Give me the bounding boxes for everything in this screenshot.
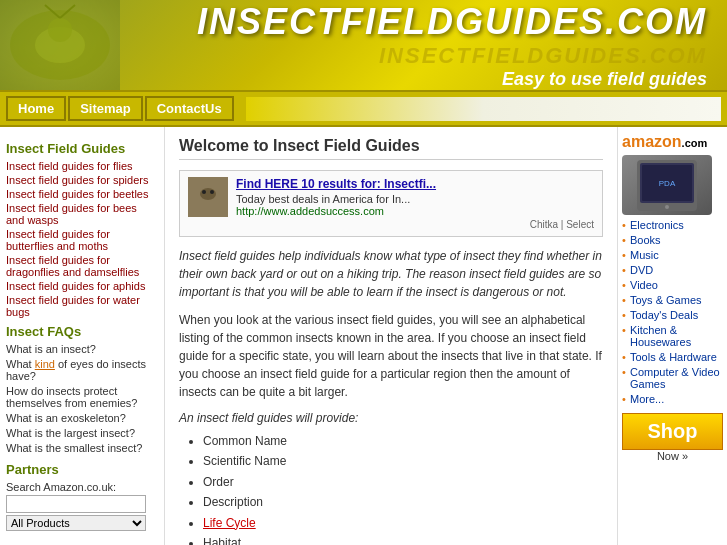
ad-text: Find HERE 10 results for: Insectfi... To… <box>236 177 594 230</box>
sidebar-section-faqs: Insect FAQs <box>6 324 158 339</box>
nav-sitemap[interactable]: Sitemap <box>68 96 143 121</box>
amazon-link-dvd[interactable]: DVD <box>622 264 723 276</box>
amazon-link-kitchen[interactable]: Kitchen & Housewares <box>622 324 723 348</box>
main-content: Welcome to Insect Field Guides Find HERE… <box>165 127 617 545</box>
sidebar-faq-protect[interactable]: How do insects protect themselves from e… <box>6 385 158 409</box>
amazon-category-select[interactable]: All Products <box>6 515 146 531</box>
amazon-link-video[interactable]: Video <box>622 279 723 291</box>
ad-desc: Today best deals in America for In... <box>236 193 594 205</box>
sidebar-faq-eyes[interactable]: What kind of eyes do insects have? <box>6 358 158 382</box>
site-tagline: Easy to use field guides <box>502 69 707 90</box>
sidebar-link-waterbugs[interactable]: Insect field guides for water bugs <box>6 294 158 318</box>
nav-contact[interactable]: ContactUs <box>145 96 234 121</box>
sidebar-faq-what-is[interactable]: What is an insect? <box>6 343 158 355</box>
shop-now-label: Now » <box>622 450 723 462</box>
amazon-link-toys[interactable]: Toys & Games <box>622 294 723 306</box>
svg-text:PDA: PDA <box>659 179 676 188</box>
nav-home[interactable]: Home <box>6 96 66 121</box>
sidebar-partners-title: Partners <box>6 462 158 477</box>
svg-point-12 <box>665 205 669 209</box>
sidebar-faq-exoskeleton[interactable]: What is an exoskeleton? <box>6 412 158 424</box>
field-guide-list: Common Name Scientific Name Order Descri… <box>203 431 603 545</box>
content-para1: Insect field guides help individuals kno… <box>179 247 603 301</box>
amazon-link-more[interactable]: More... <box>622 393 723 405</box>
sidebar-link-beetles[interactable]: Insect field guides for beetles <box>6 188 158 200</box>
ad-box: Find HERE 10 results for: Insectfi... To… <box>179 170 603 237</box>
svg-point-6 <box>200 188 216 200</box>
amazon-link-deals[interactable]: Today's Deals <box>622 309 723 321</box>
ad-title[interactable]: Find HERE 10 results for: Insectfi... <box>236 177 594 191</box>
shop-button[interactable]: Shop <box>622 413 723 450</box>
list-item: Habitat <box>203 533 603 545</box>
ad-image <box>188 177 228 217</box>
amazon-sidebar: amazon.com PDA Electronics Books Music D… <box>617 127 727 545</box>
sidebar-faq-largest[interactable]: What is the largest insect? <box>6 427 158 439</box>
sidebar-link-flies[interactable]: Insect field guides for flies <box>6 160 158 172</box>
nav-spacer <box>246 97 721 121</box>
header-text-block: INSECTFIELDGUIDES.COM INSECTFIELDGUIDES.… <box>0 0 727 90</box>
site-title-shadow: INSECTFIELDGUIDES.COM <box>379 43 707 69</box>
list-item: Description <box>203 492 603 512</box>
content-title: Welcome to Insect Field Guides <box>179 137 603 160</box>
sidebar-faq-smallest[interactable]: What is the smallest insect? <box>6 442 158 454</box>
sidebar-link-dragonflies[interactable]: Insect field guides for dragonflies and … <box>6 254 158 278</box>
svg-point-7 <box>202 190 206 194</box>
sidebar-link-spiders[interactable]: Insect field guides for spiders <box>6 174 158 186</box>
amazon-logo: amazon.com <box>622 133 723 151</box>
amazon-link-tools[interactable]: Tools & Hardware <box>622 351 723 363</box>
site-header: INSECTFIELDGUIDES.COM INSECTFIELDGUIDES.… <box>0 0 727 90</box>
search-label: Search Amazon.co.uk: <box>6 481 158 493</box>
amazon-search-input[interactable] <box>6 495 146 513</box>
list-item: Common Name <box>203 431 603 451</box>
amazon-device-image: PDA <box>622 155 712 215</box>
amazon-link-electronics[interactable]: Electronics <box>622 219 723 231</box>
list-item: Order <box>203 472 603 492</box>
content-para2: When you look at the various insect fiel… <box>179 311 603 401</box>
list-intro: An insect field guides will provide: <box>179 411 603 425</box>
sidebar-link-aphids[interactable]: Insect field guides for aphids <box>6 280 158 292</box>
ad-url[interactable]: http://www.addedsuccess.com <box>236 205 594 217</box>
list-item-lifecycle[interactable]: Life Cycle <box>203 513 603 533</box>
amazon-link-books[interactable]: Books <box>622 234 723 246</box>
amazon-link-music[interactable]: Music <box>622 249 723 261</box>
sidebar-link-bees[interactable]: Insect field guides for bees and wasps <box>6 202 158 226</box>
main-layout: Insect Field Guides Insect field guides … <box>0 127 727 545</box>
main-nav: Home Sitemap ContactUs <box>0 90 727 127</box>
sidebar-link-butterflies[interactable]: Insect field guides for butterflies and … <box>6 228 158 252</box>
left-sidebar: Insect Field Guides Insect field guides … <box>0 127 165 545</box>
sidebar-section-field-guides: Insect Field Guides <box>6 141 158 156</box>
ad-footer: Chitka | Select <box>236 219 594 230</box>
site-title: INSECTFIELDGUIDES.COM <box>197 1 707 43</box>
amazon-link-video-games[interactable]: Computer & Video Games <box>622 366 723 390</box>
svg-point-8 <box>210 190 214 194</box>
list-item: Scientific Name <box>203 451 603 471</box>
